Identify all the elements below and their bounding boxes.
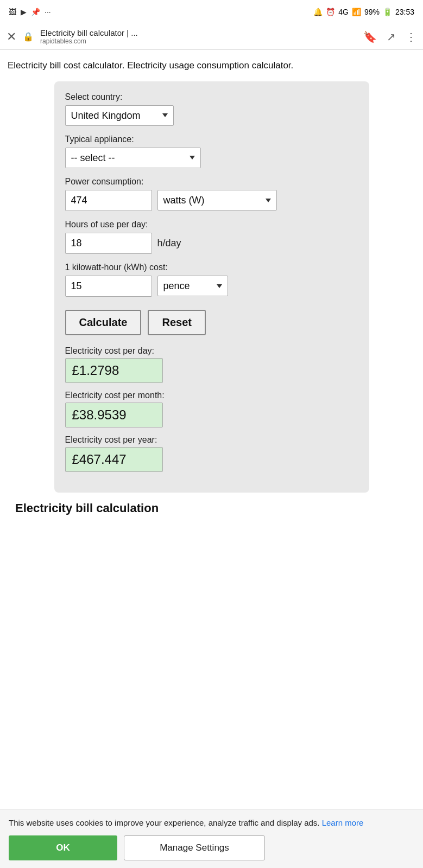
cost-per-year-label: Electricity cost per year: bbox=[65, 435, 358, 445]
more-icon: ··· bbox=[45, 8, 51, 16]
cost-per-day-label: Electricity cost per day: bbox=[65, 346, 358, 356]
battery-icon: 🔋 bbox=[383, 8, 392, 16]
appliance-label: Typical appliance: bbox=[65, 135, 358, 144]
video-icon: ▶ bbox=[21, 8, 27, 16]
page-description: Electricity bill cost calculator. Electr… bbox=[8, 59, 415, 73]
power-row: watts (W) kilowatts (kW) bbox=[65, 190, 358, 211]
cost-per-day-value: £1.2798 bbox=[65, 358, 163, 383]
browser-bar: ✕ 🔒 Electricity bill calculator | ... ra… bbox=[0, 24, 423, 50]
calculator-card: Select country: United Kingdom Typical a… bbox=[54, 81, 369, 493]
cost-per-month-group: Electricity cost per month: £38.9539 bbox=[65, 391, 358, 427]
browser-action-icons: 🔖 ↗ ⋮ bbox=[363, 30, 416, 43]
cost-per-year-value: £467.447 bbox=[65, 447, 163, 472]
kwh-field-group: 1 kilowatt-hour (kWh) cost: pence £ cent… bbox=[65, 263, 358, 297]
reset-button[interactable]: Reset bbox=[148, 310, 205, 335]
page-content: Electricity bill cost calculator. Electr… bbox=[0, 50, 423, 515]
pin-icon: 📌 bbox=[31, 8, 40, 16]
power-label: Power consumption: bbox=[65, 177, 358, 187]
country-field-group: Select country: United Kingdom bbox=[65, 92, 358, 126]
browser-title-area: Electricity bill calculator | ... rapidt… bbox=[40, 28, 357, 45]
cost-per-month-value: £38.9539 bbox=[65, 403, 163, 427]
section-heading: Electricity bill calculation bbox=[8, 493, 415, 515]
kwh-row: pence £ cents bbox=[65, 276, 358, 297]
hours-label: Hours of use per day: bbox=[65, 220, 358, 229]
battery-label: 99% bbox=[364, 8, 380, 16]
cookie-banner: This website uses cookies to improve you… bbox=[0, 809, 423, 869]
signal-bars: 📶 bbox=[352, 8, 361, 16]
status-bar: 🖼 ▶ 📌 ··· 🔔 ⏰ 4G 📶 99% 🔋 23:53 bbox=[0, 0, 423, 24]
kwh-unit-select[interactable]: pence £ cents bbox=[157, 276, 228, 296]
kwh-label: 1 kilowatt-hour (kWh) cost: bbox=[65, 263, 358, 272]
hours-unit-label: h/day bbox=[157, 238, 181, 249]
menu-icon[interactable]: ⋮ bbox=[406, 30, 416, 43]
appliance-select[interactable]: -- select -- bbox=[65, 148, 201, 168]
share-icon[interactable]: ↗ bbox=[387, 30, 396, 43]
status-icons-left: 🖼 ▶ 📌 ··· bbox=[9, 8, 51, 16]
image-icon: 🖼 bbox=[9, 8, 16, 16]
close-button[interactable]: ✕ bbox=[7, 30, 16, 44]
browser-title: Electricity bill calculator | ... bbox=[40, 28, 357, 37]
hours-field-group: Hours of use per day: h/day bbox=[65, 220, 358, 254]
lock-icon: 🔒 bbox=[23, 31, 34, 42]
clock-icon: ⏰ bbox=[326, 8, 335, 16]
button-row: Calculate Reset bbox=[65, 310, 358, 335]
status-icons-right: 🔔 ⏰ 4G 📶 99% 🔋 23:53 bbox=[313, 8, 414, 16]
signal-label: 4G bbox=[338, 8, 349, 16]
kwh-input[interactable] bbox=[65, 276, 152, 297]
power-field-group: Power consumption: watts (W) kilowatts (… bbox=[65, 177, 358, 211]
power-unit-select[interactable]: watts (W) kilowatts (kW) bbox=[157, 190, 277, 210]
browser-url: rapidtables.com bbox=[40, 37, 357, 45]
hours-row: h/day bbox=[65, 233, 358, 254]
power-input[interactable] bbox=[65, 190, 152, 211]
cost-per-day-group: Electricity cost per day: £1.2798 bbox=[65, 346, 358, 383]
bookmark-icon[interactable]: 🔖 bbox=[363, 30, 377, 43]
cookie-text: This website uses cookies to improve you… bbox=[9, 817, 414, 829]
manage-settings-button[interactable]: Manage Settings bbox=[124, 835, 265, 860]
time-display: 23:53 bbox=[395, 8, 414, 16]
country-select[interactable]: United Kingdom bbox=[65, 105, 174, 126]
country-label: Select country: bbox=[65, 92, 358, 102]
cost-per-month-label: Electricity cost per month: bbox=[65, 391, 358, 400]
appliance-field-group: Typical appliance: -- select -- bbox=[65, 135, 358, 168]
alarm-icon: 🔔 bbox=[313, 8, 323, 16]
calculate-button[interactable]: Calculate bbox=[65, 310, 142, 335]
ok-button[interactable]: OK bbox=[9, 835, 117, 860]
cost-per-year-group: Electricity cost per year: £467.447 bbox=[65, 435, 358, 472]
learn-more-link[interactable]: Learn more bbox=[322, 818, 364, 827]
hours-input[interactable] bbox=[65, 233, 152, 254]
cookie-buttons: OK Manage Settings bbox=[9, 835, 414, 860]
